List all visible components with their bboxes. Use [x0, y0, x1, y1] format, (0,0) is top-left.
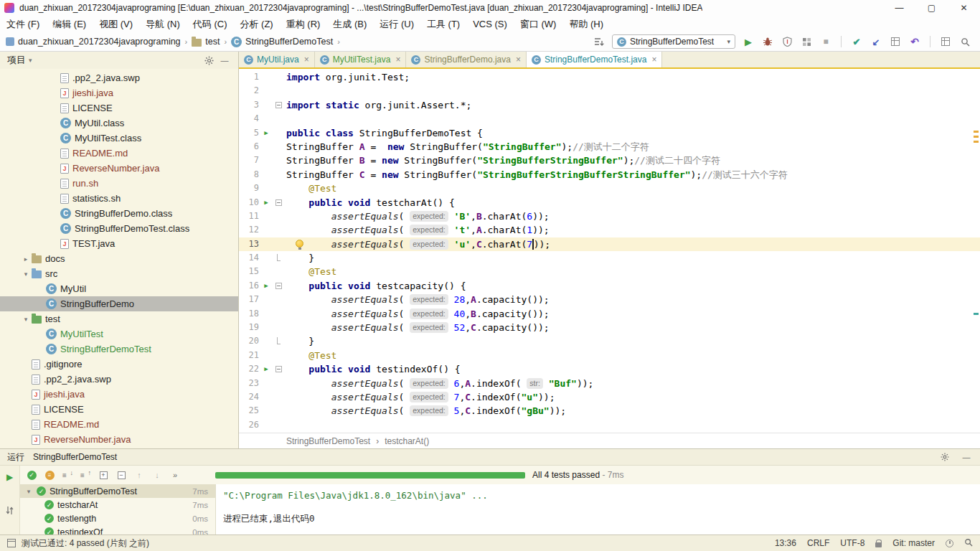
menu-item[interactable]: 工具 (T) — [420, 16, 466, 32]
tree-item[interactable]: CMyUtil — [0, 281, 238, 296]
editor-tab[interactable]: CMyUtil.java× — [239, 52, 315, 67]
previous-failed-test-icon[interactable]: ↑ — [133, 469, 145, 481]
tree-item[interactable]: README.md — [0, 417, 238, 432]
tree-item[interactable]: jieshi.java — [0, 85, 238, 100]
scrollbar-warning-mark[interactable] — [974, 131, 979, 133]
code-text[interactable]: @Test — [284, 182, 980, 195]
code-text[interactable]: assertEquals( expected: 40,B.capacity())… — [284, 307, 980, 321]
stop-button[interactable]: ■ — [819, 35, 832, 48]
test-row[interactable]: ✓testcharAt7ms — [20, 498, 215, 512]
breadcrumb-item[interactable]: CStringBufferDemoTest — [231, 37, 333, 47]
minimize-button[interactable]: — — [883, 0, 915, 16]
menu-item[interactable]: 视图 (V) — [93, 16, 139, 32]
hide-panel-icon[interactable]: — — [218, 54, 231, 67]
scrollbar-warning-mark[interactable] — [974, 136, 979, 138]
run-line-marker-icon[interactable]: ▶ — [259, 126, 273, 140]
code-text[interactable]: assertEquals( expected: 7,C.indexOf("u")… — [284, 390, 980, 404]
tree-item[interactable]: LICENSE — [0, 100, 238, 116]
tree-item[interactable]: CStringBufferDemoTest.class — [0, 221, 238, 236]
coverage-button[interactable] — [781, 35, 793, 48]
intention-bulb-icon[interactable] — [296, 240, 303, 248]
editor-tab[interactable]: CStringBufferDemoTest.java× — [527, 52, 663, 67]
gear-icon[interactable] — [202, 54, 215, 67]
chevron-down-icon[interactable]: ▾ — [20, 316, 32, 323]
scrollbar-warning-mark[interactable] — [974, 141, 979, 143]
fold-icon[interactable] — [273, 251, 284, 265]
code-text[interactable] — [284, 112, 980, 126]
tool-windows-icon[interactable] — [939, 35, 952, 48]
debug-button[interactable] — [761, 35, 774, 48]
menu-item[interactable]: VCS (S) — [466, 16, 514, 32]
code-text[interactable]: assertEquals( expected: 'B',B.charAt(6))… — [284, 209, 980, 223]
tree-item[interactable]: TEST.java — [0, 236, 238, 251]
test-row[interactable]: ✓testlength0ms — [20, 512, 215, 525]
tree-item[interactable]: CMyUtilTest.class — [0, 131, 238, 146]
menu-item[interactable]: 运行 (U) — [373, 16, 420, 32]
track-running-test-icon[interactable] — [4, 504, 16, 516]
menu-item[interactable]: 代码 (C) — [187, 16, 234, 32]
run-line-marker-icon[interactable]: ▶ — [259, 362, 273, 376]
readonly-lock-icon[interactable] — [875, 542, 882, 547]
code-text[interactable]: import static org.junit.Assert.*; — [284, 98, 980, 112]
breadcrumb-method[interactable]: testcharAt() — [385, 436, 429, 446]
toolwindow-toggle-icon[interactable] — [7, 539, 16, 547]
tree-item[interactable]: .gitignore — [0, 357, 238, 372]
code-text[interactable]: assertEquals( expected: 52,C.capacity())… — [284, 321, 980, 334]
diff-button[interactable] — [889, 35, 902, 48]
tree-item[interactable]: LICENSE — [0, 402, 238, 417]
run-line-marker-icon[interactable]: ▶ — [259, 196, 273, 209]
breadcrumb-item[interactable]: duan_zhixuan_20172304javaprograming — [6, 37, 181, 47]
tree-item[interactable]: ReverseNumber.java — [0, 161, 238, 176]
menu-item[interactable]: 帮助 (H) — [562, 16, 610, 32]
code-text[interactable]: StringBuffer B = new StringBuffer("Strin… — [284, 154, 980, 167]
chevron-down-icon[interactable]: ▾ — [24, 488, 33, 495]
close-button[interactable]: ✕ — [948, 0, 980, 16]
more-options-icon[interactable]: » — [169, 469, 181, 481]
tree-item[interactable]: jieshi.java — [0, 387, 238, 402]
profiler-button[interactable] — [800, 35, 813, 48]
tree-item[interactable]: statistics.sh — [0, 191, 238, 206]
menu-item[interactable]: 导航 (N) — [139, 16, 187, 32]
test-row[interactable]: ▾✓StringBufferDemoTest7ms — [20, 484, 215, 498]
tree-item[interactable]: ▾test — [0, 311, 238, 326]
fold-icon[interactable] — [273, 362, 284, 376]
rerun-icon[interactable]: ▶ — [4, 471, 16, 483]
code-text[interactable] — [284, 84, 980, 98]
close-icon[interactable]: × — [651, 55, 656, 65]
editor[interactable]: 1import org.junit.Test;23import static o… — [239, 69, 980, 433]
code-text[interactable]: assertEquals( expected: 'u',C.charAt(7))… — [284, 237, 980, 251]
menu-item[interactable]: 重构 (R) — [280, 16, 327, 32]
next-failed-test-icon[interactable]: ↓ — [151, 469, 163, 481]
rollback-button[interactable]: ↶ — [908, 35, 921, 48]
code-text[interactable]: public void testcharAt() { — [284, 196, 980, 209]
project-panel-title[interactable]: 项目 — [7, 54, 26, 67]
close-icon[interactable]: × — [395, 55, 400, 65]
tree-item[interactable]: ▸docs — [0, 251, 238, 266]
chevron-right-icon[interactable]: ▸ — [20, 255, 32, 263]
expand-all-icon[interactable]: + — [98, 469, 109, 481]
tree-item[interactable]: README.md — [0, 146, 238, 161]
search-everywhere-icon[interactable] — [958, 35, 971, 48]
tree-item[interactable]: ReverseNumber.java — [0, 432, 238, 447]
code-text[interactable]: } — [284, 334, 980, 348]
run-button[interactable]: ▶ — [742, 35, 755, 48]
tree-item[interactable]: .pp2_2.java.swp — [0, 70, 238, 85]
tree-item[interactable]: run.sh — [0, 176, 238, 191]
code-text[interactable]: assertEquals( expected: 28,A.capacity())… — [284, 293, 980, 306]
code-text[interactable] — [284, 418, 980, 432]
close-icon[interactable]: × — [304, 55, 309, 65]
menu-item[interactable]: 生成 (B) — [326, 16, 373, 32]
view-options-icon[interactable] — [593, 35, 606, 48]
breadcrumb-item[interactable]: test — [192, 37, 220, 47]
code-text[interactable]: public void testcapacity() { — [284, 279, 980, 293]
menu-item[interactable]: 窗口 (W) — [514, 16, 563, 32]
tree-item[interactable]: CStringBufferDemo.class — [0, 206, 238, 221]
tree-item[interactable]: CStringBufferDemo — [0, 296, 238, 311]
code-text[interactable]: StringBuffer C = new StringBuffer("Strin… — [284, 168, 980, 182]
encoding-indicator[interactable]: UTF-8 — [840, 538, 864, 548]
line-separator-indicator[interactable]: CRLF — [807, 538, 829, 548]
fold-icon[interactable] — [273, 334, 284, 348]
editor-tab[interactable]: CMyUtilTest.java× — [315, 52, 407, 67]
code-text[interactable]: public class StringBufferDemoTest { — [284, 126, 980, 140]
run-line-marker-icon[interactable]: ▶ — [259, 279, 273, 293]
